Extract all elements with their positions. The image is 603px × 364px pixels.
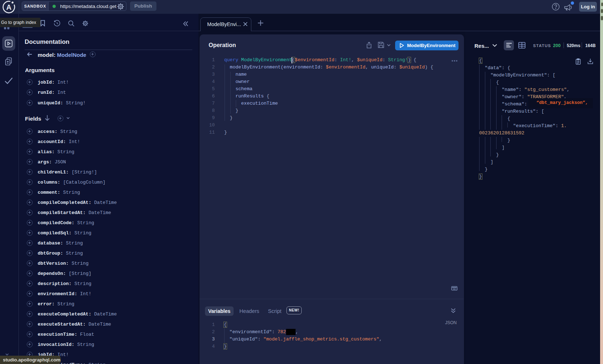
svg-text:A: A bbox=[6, 3, 11, 11]
